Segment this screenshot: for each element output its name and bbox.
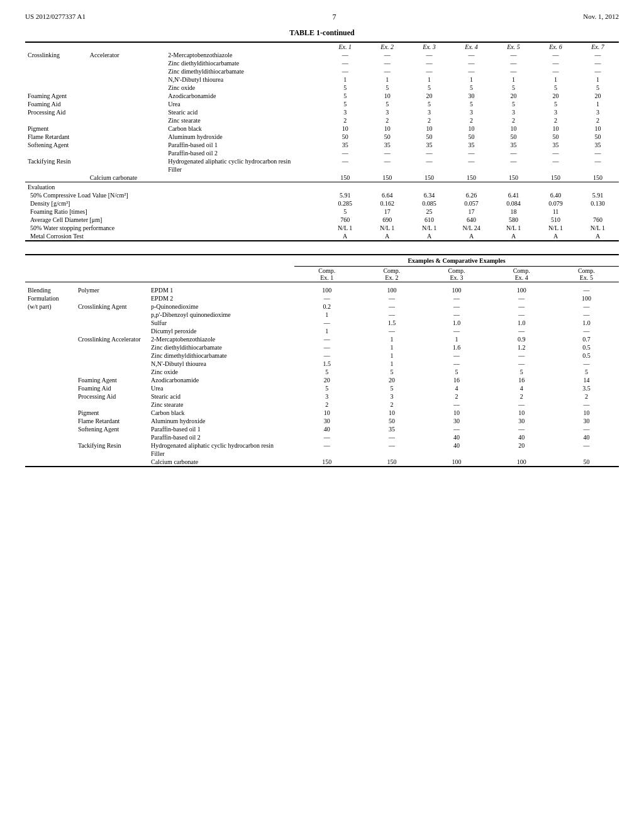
table-row: Zinc diethyldithiocarbamate ——————— — [25, 59, 619, 67]
table-row: Sulfur —1.51.01.01.0 — [25, 319, 619, 327]
table-row: Zinc dimethyldithiocarbamate —1——0.5 — [25, 351, 619, 360]
table-row: Zinc stearate 2222222 — [25, 116, 619, 124]
table-row: Paraffin-based oil 2 ——404040 — [25, 433, 619, 441]
table-row: Tackifying ResinHydrogenated aliphatic c… — [25, 157, 619, 165]
table-row: 50% Compressive Load Value [N/cm²] 5.916… — [25, 191, 619, 199]
table-row: Metal Corrosion Test AAAAAAA — [25, 232, 619, 241]
table-row: Zinc dimethyldithiocarbamate ——————— — [25, 67, 619, 75]
table-row: Average Cell Diameter [μm] 7606906106405… — [25, 216, 619, 224]
table-row: N,N'-Dibutyl thiourea 1111111 — [25, 75, 619, 84]
table-row: Softening AgentParaffin-based oil 1 3535… — [25, 141, 619, 149]
table-row: Foaming AgentAzodicarbonamide 2020161614 — [25, 376, 619, 384]
table-row: Softening AgentParaffin-based oil 1 4035… — [25, 425, 619, 433]
table-row: Calcium carbonate 150 150 100 100 50 — [25, 458, 619, 467]
table-row: Processing AidStearic acid 3333333 — [25, 108, 619, 116]
table-row: Filler — [25, 165, 619, 174]
table-row: Foaming AidUrea 55443.5 — [25, 384, 619, 392]
table-row: Processing AidStearic acid 33222 — [25, 392, 619, 401]
col-header-row: Comp.Ex. 1 Comp.Ex. 2 Comp.Ex. 3 Comp.Ex… — [25, 267, 619, 282]
table-row: Dicumyl peroxide 1———— — [25, 327, 619, 335]
table-row: Paraffin-based oil 2 ——————— — [25, 149, 619, 157]
upper-table: Ex. 1 Ex. 2 Ex. 3 Ex. 4 Ex. 5 Ex. 6 Ex. … — [25, 42, 619, 241]
page-header: US 2012/0277337 A1 7 Nov. 1, 2012 — [25, 13, 619, 22]
table-row: Filler — [25, 450, 619, 458]
table-title: TABLE 1-continued — [25, 28, 619, 38]
table-row: Zinc diethyldithiocarbamate —11.61.20.5 — [25, 343, 619, 351]
table-row: 50% Water stopping performance N/L 1N/L … — [25, 224, 619, 232]
table-row: BlendingPolymerEPDM 1 100100100100— — [25, 286, 619, 294]
table-row: Flame RetardantAluminum hydroxide 505050… — [25, 133, 619, 141]
table-row: PigmentCarbon black 1010101010 — [25, 409, 619, 417]
date: Nov. 1, 2012 — [583, 13, 619, 20]
patent-number: US 2012/0277337 A1 — [25, 13, 86, 20]
table-row: p,p'-Dibenzoyl quinonedioxime 1———— — [25, 311, 619, 319]
table-row: Zinc stearate 22——— — [25, 401, 619, 409]
table-row: Foaming Ratio [times] 51725171811 — [25, 208, 619, 216]
lower-table: Examples & Comparative Examples Comp.Ex.… — [25, 254, 619, 467]
table-row: Crosslinking Accelerator2-Mercaptobenzot… — [25, 335, 619, 343]
table-row: Zinc oxide 55555 — [25, 368, 619, 376]
col-header-row: Ex. 1 Ex. 2 Ex. 3 Ex. 4 Ex. 5 Ex. 6 Ex. … — [25, 42, 619, 51]
section-header-row: Examples & Comparative Examples — [25, 255, 619, 267]
table-row: Flame RetardantAluminum hydroxide 305030… — [25, 417, 619, 425]
table-row: Foaming AidUrea 5555551 — [25, 100, 619, 108]
table-row: CrosslinkingAccelerator2-Mercaptobenzoth… — [25, 51, 619, 59]
table-row: Calcium carbonate 150150150150150150150 — [25, 174, 619, 182]
table-row: N,N'-Dibutyl thiourea 1.51——— — [25, 360, 619, 368]
eval-section-header: Evaluation — [25, 182, 619, 192]
table-row: (w/t part)Crosslinking Agentp-Quinonedio… — [25, 302, 619, 311]
table-row: Density [g/cm³] 0.2850.1620.0850.0570.08… — [25, 199, 619, 208]
table-row: PigmentCarbon black 10101010101010 — [25, 124, 619, 133]
table-row: Foaming AgentAzodicarbonamide 5102030202… — [25, 92, 619, 100]
table-row: FormulationEPDM 2 ————100 — [25, 294, 619, 302]
page-number: 7 — [333, 13, 336, 22]
table-row: Tackifying ResinHydrogenated aliphatic c… — [25, 441, 619, 450]
table-row: Zinc oxide 5555555 — [25, 84, 619, 92]
